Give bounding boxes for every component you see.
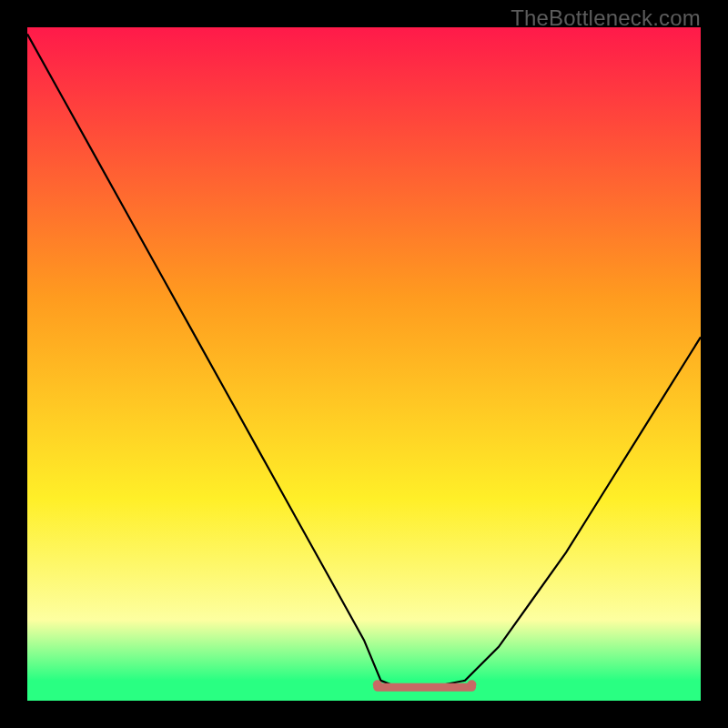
bottleneck-curve (27, 34, 701, 687)
curve-layer (27, 27, 701, 701)
chart-container: TheBottleneck.com (0, 0, 728, 728)
flat-minimum-endcap (467, 680, 476, 689)
watermark-text: TheBottleneck.com (511, 5, 701, 31)
plot-area (27, 27, 701, 701)
flat-minimum-endcap (373, 680, 382, 689)
